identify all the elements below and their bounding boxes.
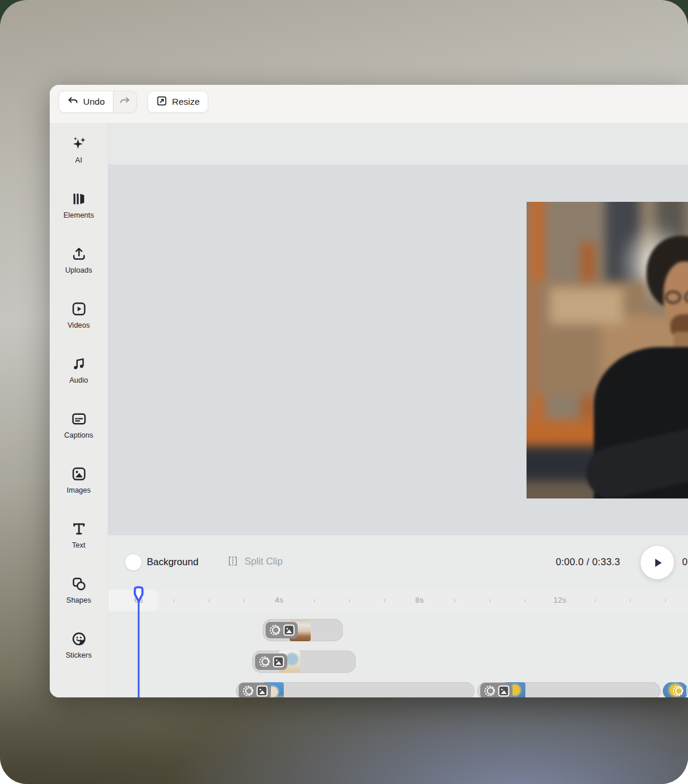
clip-image-icon [273,655,284,668]
sidebar-item-images[interactable]: Images [52,466,106,503]
undo-redo-group: Undo [59,91,137,113]
resize-icon [156,95,167,109]
sidebar-item-label: Uploads [66,266,92,274]
clip-badge [239,683,271,697]
clip-edge[interactable] [663,682,688,697]
sidebar-item-label: Audio [70,376,88,384]
clip-image-icon [283,624,295,637]
sidebar-item-label: Elements [63,211,94,219]
text-icon [71,521,87,537]
clip-animate-icon [269,624,281,637]
clip-pastel-art[interactable] [252,651,356,673]
elements-icon [71,191,87,207]
audio-icon [71,356,87,372]
shapes-icon [71,576,87,592]
clip-badge [266,622,298,638]
redo-button[interactable] [113,91,137,113]
captions-icon [71,411,87,427]
warehouse-photo[interactable] [527,202,688,498]
sidebar-item-text[interactable]: Text [52,521,106,558]
resize-button[interactable]: Resize [147,91,208,113]
clips-layer [108,535,688,697]
clip-animate-icon [258,655,271,668]
left-sidebar: AI Elements Uploads [50,123,108,697]
clip-image-icon [256,685,268,697]
sidebar-item-label: Images [67,486,91,494]
uploads-icon [71,246,87,262]
ai-sparkles-icon [71,136,87,152]
top-toolbar: Undo Resize [50,85,688,123]
timeline-panel: Background Split Clip 0:00.0 / 0:33.3 0 … [108,535,688,697]
playhead-handle[interactable] [133,586,145,603]
stickers-icon [71,631,87,647]
clip-animate-icon [242,685,254,697]
sidebar-item-stickers[interactable]: Stickers [52,631,106,668]
sidebar-item-label: Text [72,541,85,549]
screenshot-frame: Undo Resize [0,0,688,784]
sidebar-item-videos[interactable]: Videos [52,301,106,338]
sidebar-item-label: Videos [68,321,90,329]
sidebar-item-shapes[interactable]: Shapes [52,576,106,613]
sidebar-item-captions[interactable]: Captions [52,411,106,448]
sidebar-item-audio[interactable]: Audio [52,356,106,393]
sidebar-item-uploads[interactable]: Uploads [52,246,106,283]
sidebar-item-label: Stickers [66,651,91,659]
secondary-toolbar-strip [108,123,688,164]
clip-cat-figurine[interactable] [263,619,343,641]
clip-animate-icon [672,685,684,697]
playhead-line[interactable] [138,600,140,697]
sidebar-item-label: Captions [64,431,93,439]
sidebar-item-label: AI [75,156,82,164]
clip-owl-raincoat[interactable] [477,682,661,697]
canvas-area[interactable] [108,164,688,535]
clip-animate-icon [483,685,496,697]
clip-image-icon [498,685,510,697]
undo-button[interactable]: Undo [59,91,113,113]
images-icon [71,466,87,482]
videos-icon [71,301,87,317]
clip-badge [255,654,287,670]
resize-label: Resize [172,97,199,107]
sidebar-item-label: Shapes [66,596,91,604]
redo-icon [119,95,130,109]
undo-icon [67,95,78,109]
undo-label: Undo [83,97,105,107]
photo-man [527,202,688,498]
clip-badge [672,685,688,697]
sidebar-item-elements[interactable]: Elements [52,191,106,228]
clip-cat-blue[interactable] [236,682,474,697]
video-editor-window: Undo Resize [50,85,688,697]
clip-badge [480,683,512,697]
sidebar-item-ai[interactable]: AI [52,136,106,173]
